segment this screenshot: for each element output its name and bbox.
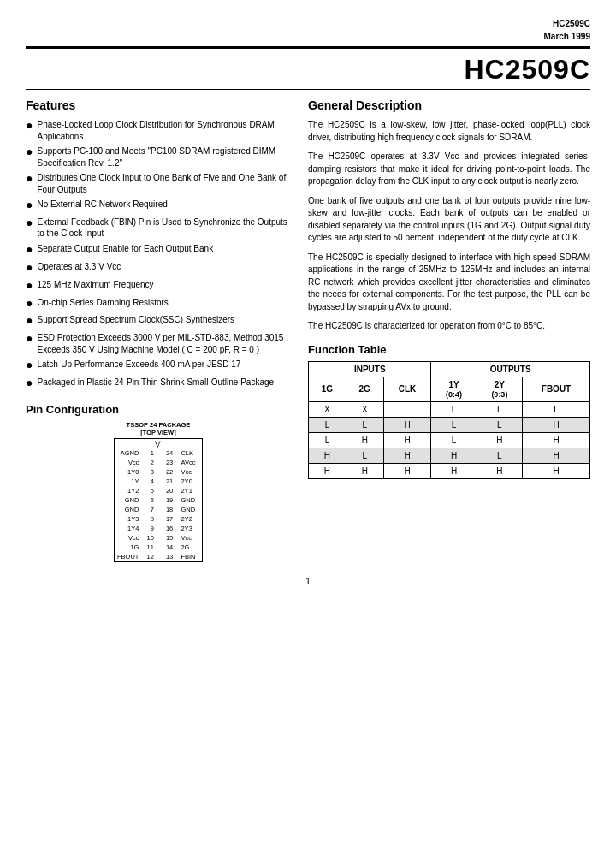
bullet-icon: ● xyxy=(26,215,33,231)
pin-num-right: 18 xyxy=(163,505,178,514)
table-cell: H xyxy=(309,448,346,463)
pin-center xyxy=(157,486,163,495)
col-header: FBOUT xyxy=(523,377,590,401)
feature-text: Operates at 3.3 V Vcc xyxy=(37,261,121,273)
table-cell: L xyxy=(346,417,383,432)
col-header: 1G xyxy=(309,377,346,401)
pin-row: 1Y25202Y1 xyxy=(115,486,203,495)
pin-center xyxy=(157,514,163,524)
pin-num-left: 7 xyxy=(141,505,157,514)
bullet-icon: ● xyxy=(26,117,33,133)
feature-text: Supports PC-100 and Meets "PC100 SDRAM r… xyxy=(37,145,291,169)
pin-num-left: 11 xyxy=(141,543,157,552)
feature-text: Packaged in Plastic 24-Pin Thin Shrink S… xyxy=(37,377,274,389)
table-cell: H xyxy=(383,448,431,463)
feature-item: ●Distributes One Clock Input to One Bank… xyxy=(26,172,291,195)
pin-num-right: 20 xyxy=(163,486,178,495)
pin-num-left: 6 xyxy=(141,495,157,505)
features-title: Features xyxy=(26,98,291,112)
feature-item: ●No External RC Network Required xyxy=(26,199,291,213)
gen-desc-paragraphs: The HC2509C is a low-skew, low jitter, p… xyxy=(308,119,590,333)
pin-name-right: GND xyxy=(178,495,202,505)
table-cell: H xyxy=(523,432,590,448)
gen-desc-para: The HC2509C is characterized for operati… xyxy=(308,320,590,333)
feature-item: ●ESD Protection Exceeds 3000 V per MIL-S… xyxy=(26,332,291,355)
bullet-icon: ● xyxy=(26,330,33,347)
pin-num-right: 16 xyxy=(163,524,178,533)
pin-name-right: Vcc xyxy=(178,533,202,543)
feature-item: ●Phase-Locked Loop Clock Distribution fo… xyxy=(26,119,291,142)
feature-text: Latch-Up Performance Exceeds 400 mA per … xyxy=(37,359,240,371)
product-date: March 1999 xyxy=(544,32,590,41)
pin-name-left: GND xyxy=(115,495,142,505)
table-cell: L xyxy=(477,401,522,417)
pin-name-left: 1Y2 xyxy=(115,486,142,495)
header-rule-thin xyxy=(26,89,590,90)
feature-item: ●Operates at 3.3 V Vcc xyxy=(26,261,291,276)
pin-name-left: 1Y xyxy=(115,477,142,486)
right-column: General Description The HC2509C is a low… xyxy=(308,98,590,562)
gen-desc-para: The HC2509C is a low-skew, low jitter, p… xyxy=(308,119,590,144)
pin-num-right: 17 xyxy=(163,514,178,524)
header-info: HC2509C March 1999 xyxy=(26,17,590,43)
pin-name-right: 2Y1 xyxy=(178,486,202,495)
feature-text: Distributes One Clock Input to One Bank … xyxy=(37,172,291,195)
inputs-header: INPUTS xyxy=(309,361,431,377)
pin-num-left: 3 xyxy=(141,467,157,477)
pin-name-left: AGND xyxy=(115,448,142,458)
table-cell: L xyxy=(477,448,522,463)
feature-text: 125 MHz Maximum Frequency xyxy=(37,279,153,291)
bullet-icon: ● xyxy=(26,197,33,213)
gen-desc-para: One bank of five outputs and one bank of… xyxy=(308,195,590,245)
pin-num-right: 19 xyxy=(163,495,178,505)
pin-config-title: Pin Configuration xyxy=(26,403,291,416)
table-cell: L xyxy=(383,401,431,417)
feature-item: ●External Feedback (FBIN) Pin is Used to… xyxy=(26,216,291,240)
table-cell: X xyxy=(309,401,346,417)
table-row: XXLLLL xyxy=(309,401,590,417)
feature-text: On-chip Series Damping Resistors xyxy=(37,297,168,309)
pin-num-left: 8 xyxy=(141,514,157,524)
outputs-header: OUTPUTS xyxy=(431,361,590,377)
pin-center xyxy=(157,458,163,467)
col-header: CLK xyxy=(383,377,431,401)
pin-name-right: GND xyxy=(178,505,202,514)
pin-num-left: 9 xyxy=(141,524,157,533)
func-table-title: Function Table xyxy=(308,343,590,356)
pin-name-left: Vcc xyxy=(115,533,142,543)
pin-name-left: 1Y0 xyxy=(115,467,142,477)
feature-item: ●On-chip Series Damping Resistors xyxy=(26,297,291,311)
pin-row: FBOUT1213FBIN xyxy=(115,552,203,562)
pin-num-right: 14 xyxy=(163,543,178,552)
pin-name-left: 1Y4 xyxy=(115,524,142,533)
pin-table-top: ⋁ xyxy=(115,439,203,449)
table-cell: H xyxy=(523,417,590,432)
pin-num-left: 5 xyxy=(141,486,157,495)
table-cell: H xyxy=(346,463,383,478)
pin-config-section: Pin Configuration TSSOP 24 PACKAGE [TOP … xyxy=(26,403,291,562)
main-title: HC2509C xyxy=(26,54,590,86)
pin-center xyxy=(157,467,163,477)
table-cell: L xyxy=(309,432,346,448)
pin-center xyxy=(157,524,163,533)
pin-name-right: CLK xyxy=(178,448,202,458)
table-cell: H xyxy=(523,463,590,478)
bullet-icon: ● xyxy=(26,144,33,160)
gen-desc-para: The HC2509C operates at 3.3V Vcc and pro… xyxy=(308,151,590,188)
table-cell: H xyxy=(309,463,346,478)
table-cell: L xyxy=(346,448,383,463)
pin-name-left: 1Y3 xyxy=(115,514,142,524)
pin-row: 1Y4212Y0 xyxy=(115,477,203,486)
function-table-section: Function Table INPUTSOUTPUTS1G2GCLK1Y(0:… xyxy=(308,343,590,479)
pin-num-right: 15 xyxy=(163,533,178,543)
feature-text: Support Spread Spectrum Clock(SSC) Synth… xyxy=(37,314,234,326)
pin-num-right: 21 xyxy=(163,477,178,486)
pin-row: 1G11142G xyxy=(115,543,203,552)
table-row: LHHLHH xyxy=(309,432,590,448)
pin-name-right: 2Y2 xyxy=(178,514,202,524)
table-row: LLHLLH xyxy=(309,417,590,432)
bullet-icon: ● xyxy=(26,259,33,276)
table-cell: L xyxy=(523,401,590,417)
pin-name-left: GND xyxy=(115,505,142,514)
main-content: Features ●Phase-Locked Loop Clock Distri… xyxy=(26,98,590,562)
